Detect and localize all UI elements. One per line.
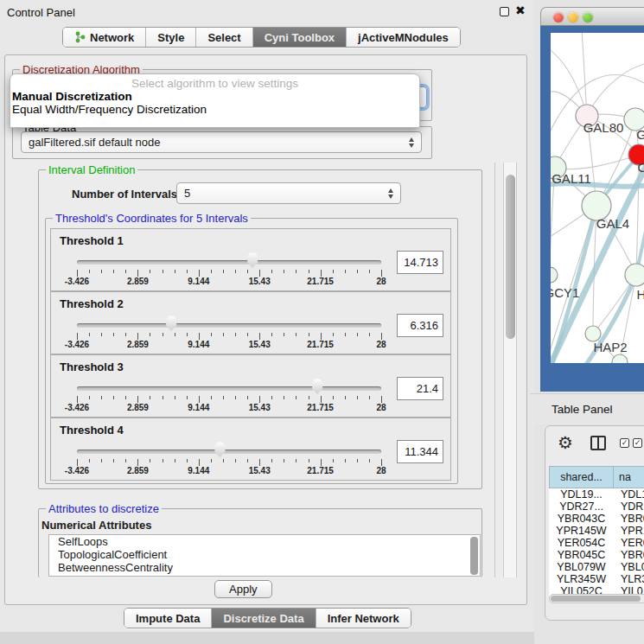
tab-label: jActiveMNodules — [358, 31, 449, 44]
tick-label: 28 — [376, 340, 386, 349]
threshold-label: Threshold 1 — [60, 234, 124, 247]
minor-tick — [101, 270, 102, 273]
panel-vertical-scrollbar[interactable] — [503, 163, 517, 577]
table-panel-window: ⚙ ✓ ✓ shared... na YDL19...YDL1YDR27...Y… — [545, 425, 644, 621]
minor-tick — [296, 459, 296, 462]
scrollbar-thumb[interactable] — [551, 596, 641, 602]
network-canvas[interactable]: GAL80GACGAL11GAL4GCY1HHAP2 — [551, 33, 644, 363]
dropdown-option-manual[interactable]: Manual Discretization — [10, 90, 419, 103]
tab-cyni-toolbox[interactable]: Cyni Toolbox — [252, 28, 346, 47]
tab-style[interactable]: Style — [145, 28, 195, 47]
close-icon[interactable]: ✖ — [515, 3, 526, 17]
slider-thumb[interactable] — [214, 442, 226, 457]
minor-tick — [211, 270, 212, 273]
attribute-list-item[interactable]: TopologicalCoefficient — [49, 548, 480, 561]
scrollbar-thumb[interactable] — [506, 175, 515, 339]
attribute-list-item[interactable]: SelfLoops — [49, 535, 480, 548]
slider-thumb[interactable] — [311, 379, 324, 394]
network-frame: GAL80GACGAL11GAL4GCY1HHAP2 — [540, 26, 644, 392]
shared-name-cell: YPR145W — [549, 525, 614, 537]
major-tick — [199, 459, 200, 466]
minor-tick — [175, 270, 175, 273]
slider-track[interactable] — [77, 323, 381, 328]
table-row[interactable]: YDR27...YDR2 — [549, 501, 644, 513]
checkbox-icon[interactable]: ✓ — [633, 438, 642, 448]
tab-select[interactable]: Select — [195, 28, 252, 47]
minor-tick — [271, 333, 272, 336]
list-scrollbar-thumb[interactable] — [470, 537, 478, 575]
network-node[interactable] — [625, 264, 644, 286]
shared-name-cell: YER054C — [549, 537, 614, 549]
table-horizontal-scrollbar[interactable] — [549, 594, 644, 603]
node-label-gcy1: GCY1 — [551, 285, 579, 300]
bottom-strip — [0, 632, 534, 644]
gear-icon[interactable]: ⚙ — [558, 433, 573, 452]
minor-tick — [309, 270, 309, 273]
numerical-attributes-list[interactable]: SelfLoopsTopologicalCoefficientBetweenne… — [48, 534, 481, 577]
minor-tick — [271, 396, 272, 399]
minor-tick — [187, 459, 188, 462]
minor-tick — [235, 270, 236, 273]
major-tick — [259, 270, 260, 277]
tab-network[interactable]: Network — [63, 28, 145, 47]
threshold-value-field[interactable]: 11.344 — [397, 440, 443, 463]
float-window-icon[interactable] — [500, 7, 509, 16]
attribute-list-item[interactable]: BetweennessCentrality — [49, 561, 480, 574]
column-header-shared-name[interactable]: shared... — [549, 466, 614, 488]
network-window-titlebar[interactable] — [540, 7, 644, 26]
column-header-name[interactable]: na — [614, 466, 644, 488]
apply-button[interactable]: Apply — [214, 580, 272, 598]
tick-label: 2.859 — [127, 466, 149, 475]
table-row[interactable]: YBL079WYBL0 — [549, 561, 644, 573]
slider-thumb[interactable] — [246, 252, 259, 268]
checkbox-icon[interactable]: ✓ — [620, 438, 629, 448]
zoom-traffic-light-icon[interactable] — [583, 12, 593, 22]
table-row[interactable]: YER054CYER0 — [549, 537, 644, 549]
tick-label: 28 — [376, 277, 386, 286]
slider-track[interactable] — [77, 386, 381, 391]
tab-jactivemnodules[interactable]: jActiveMNodules — [346, 28, 460, 47]
table-row[interactable]: YPR145WYPR1 — [549, 525, 644, 537]
minor-tick — [163, 270, 163, 273]
number-of-intervals-select[interactable]: 5 — [176, 182, 401, 204]
threshold-value-field[interactable]: 21.4 — [397, 377, 443, 400]
table-row[interactable]: YBR045CYBR0 — [549, 549, 644, 561]
threshold-value-field[interactable]: 6.316 — [397, 314, 443, 337]
network-node[interactable] — [551, 267, 558, 283]
threshold-value-field[interactable]: 14.713 — [397, 251, 443, 274]
major-tick — [321, 270, 322, 277]
threshold-group-title: Threshold's Coordinates for 5 Intervals — [53, 212, 251, 225]
minor-tick — [187, 396, 188, 399]
major-tick — [381, 333, 382, 340]
minor-tick — [235, 333, 236, 336]
slider-track[interactable] — [77, 450, 381, 454]
stepper-arrows-icon — [388, 188, 393, 199]
tab-discretize-data[interactable]: Discretize Data — [211, 609, 315, 628]
table-row[interactable]: YBR043CYBR0 — [549, 513, 644, 525]
minor-tick — [333, 396, 334, 399]
minor-tick — [271, 459, 272, 462]
minor-tick — [333, 270, 334, 273]
minor-tick — [235, 459, 236, 462]
split-view-icon[interactable] — [590, 436, 606, 450]
tab-impute-data[interactable]: Impute Data — [124, 609, 211, 628]
number-of-intervals-label: Number of Intervals — [72, 188, 177, 201]
minor-tick — [309, 459, 309, 462]
tick-label: 21.715 — [307, 277, 334, 286]
slider-track[interactable] — [77, 260, 381, 265]
minor-tick — [369, 459, 370, 462]
table-row[interactable]: YDL19...YDL1 — [549, 488, 644, 501]
major-tick — [381, 396, 382, 403]
network-node[interactable] — [612, 354, 628, 363]
slider-thumb[interactable] — [165, 316, 178, 331]
minor-tick — [345, 333, 346, 336]
name-cell: YBR0 — [614, 513, 644, 525]
close-traffic-light-icon[interactable] — [553, 12, 564, 22]
name-cell: YDL1 — [614, 488, 644, 501]
major-tick — [259, 459, 260, 466]
table-data-select[interactable]: galFiltered.sif default node — [21, 131, 422, 153]
table-row[interactable]: YLR345WYLR3 — [549, 573, 644, 585]
minimize-traffic-light-icon[interactable] — [568, 12, 578, 22]
dropdown-option-equal-width[interactable]: Equal Width/Frequency Discretization — [10, 103, 419, 116]
tab-infer-network[interactable]: Infer Network — [316, 609, 411, 628]
